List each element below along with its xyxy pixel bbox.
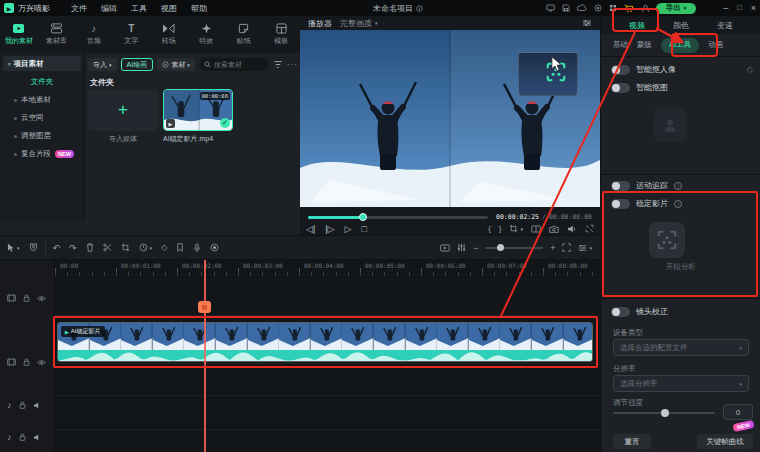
display-icon[interactable]: [546, 4, 555, 12]
crop-icon[interactable]: [121, 243, 130, 252]
mute-speaker-icon[interactable]: [33, 434, 42, 441]
zoom-slider-knob[interactable]: [497, 244, 504, 251]
timeline-zoom-slider[interactable]: [485, 247, 543, 249]
lock-icon[interactable]: [23, 294, 30, 302]
playback-quality-dropdown[interactable]: 完整画质 ▾: [340, 18, 378, 29]
snapshot-camera-icon[interactable]: [549, 225, 559, 233]
tab-audio[interactable]: ♪ 音频: [75, 16, 113, 53]
eye-icon[interactable]: [37, 359, 46, 366]
keyframe-icon[interactable]: ◇: [161, 243, 167, 252]
ai-paint-button[interactable]: AI绘画: [121, 58, 154, 71]
snap-magnet-icon[interactable]: [29, 243, 38, 252]
resolution-dropdown[interactable]: 选择分辨率 ▾: [613, 375, 749, 392]
compare-view-icon[interactable]: [531, 225, 541, 233]
import-media-tile[interactable]: +: [88, 89, 158, 131]
seek-bar-knob[interactable]: [359, 213, 367, 221]
account-icon[interactable]: [641, 4, 650, 13]
preview-video-frame[interactable]: [300, 30, 600, 207]
ai-portrait-toggle[interactable]: [611, 65, 630, 75]
tab-stock-library[interactable]: 素材库: [38, 16, 76, 53]
tab-text[interactable]: T 文字: [113, 16, 151, 53]
tab-my-media[interactable]: 我的素材: [0, 16, 38, 53]
media-clip-thumbnail[interactable]: 00:00:08 ✓ ▶: [163, 89, 233, 131]
tab-speed[interactable]: 变速: [717, 20, 733, 31]
player-tab[interactable]: 播放器: [308, 18, 332, 29]
device-profile-dropdown[interactable]: 选择合适的配置文件 ▾: [613, 339, 749, 356]
minimize-button[interactable]: –: [723, 3, 728, 13]
tab-transitions[interactable]: 转场: [150, 16, 188, 53]
sidebar-item-local-media[interactable]: 本地素材: [0, 91, 84, 109]
preview-display-settings-icon[interactable]: [582, 19, 592, 27]
mute-speaker-icon[interactable]: [33, 402, 42, 409]
stabilize-toggle[interactable]: [611, 199, 630, 209]
info-icon[interactable]: i: [674, 182, 682, 190]
menu-edit[interactable]: 编辑: [94, 3, 124, 14]
overlay-track-lane[interactable]: [55, 277, 600, 316]
project-info-icon[interactable]: [416, 5, 423, 12]
lens-correction-toggle[interactable]: [611, 307, 630, 317]
smart-cutout-toggle[interactable]: [611, 83, 630, 93]
audio-mixer-icon[interactable]: [457, 243, 466, 252]
filter-icon[interactable]: [273, 60, 283, 69]
redo-icon[interactable]: ↷: [69, 243, 77, 253]
apps-grid-icon[interactable]: [609, 4, 617, 12]
track-manager-button[interactable]: ▾: [578, 244, 592, 252]
playhead[interactable]: [204, 260, 206, 452]
play-button[interactable]: ▷: [345, 224, 352, 234]
menu-view[interactable]: 视图: [154, 3, 184, 14]
menu-help[interactable]: 帮助: [184, 3, 214, 14]
mark-in-button[interactable]: {: [488, 224, 491, 233]
marker-icon[interactable]: [176, 243, 184, 252]
audio-track-2-lane[interactable]: [55, 396, 600, 430]
speed-button[interactable]: ▾: [139, 243, 153, 252]
zoom-out-button[interactable]: −: [473, 243, 478, 253]
save-icon[interactable]: [562, 4, 570, 12]
cloud-upload-icon[interactable]: [577, 4, 587, 12]
split-scissors-icon[interactable]: [103, 243, 112, 252]
timeline-ruler[interactable]: 00:0000:00:01:0000:00:02:0000:00:03:0000…: [55, 260, 600, 277]
sidebar-item-compound-clip[interactable]: 复合片段 NEW: [0, 145, 84, 163]
search-input[interactable]: [214, 61, 264, 68]
previous-frame-button[interactable]: ◁|: [306, 224, 315, 234]
view-mode-dropdown[interactable]: 素材 ▾: [157, 58, 195, 71]
sidebar-item-folder[interactable]: 文件夹: [0, 73, 84, 91]
tab-effects[interactable]: 特效: [188, 16, 226, 53]
sidebar-item-adjustment-layer[interactable]: 调整图层: [0, 127, 84, 145]
sidebar-group-project-media[interactable]: ▾ 项目素材: [3, 56, 81, 71]
lock-icon[interactable]: [23, 358, 30, 366]
timeline-video-clip[interactable]: ▶ AI稳定影片: [57, 322, 593, 362]
info-icon[interactable]: i: [674, 200, 682, 208]
seek-bar[interactable]: [308, 216, 488, 219]
menu-file[interactable]: 文件: [64, 3, 94, 14]
lock-icon[interactable]: [19, 433, 26, 441]
next-frame-button[interactable]: |▷: [325, 224, 334, 234]
fullscreen-icon[interactable]: [585, 224, 594, 233]
subtab-ai-tools[interactable]: AI工具: [661, 38, 699, 53]
export-button[interactable]: 导出 ▾: [656, 3, 696, 14]
subtab-mask[interactable]: 蒙版: [637, 40, 652, 50]
fit-timeline-icon[interactable]: [562, 243, 571, 252]
subtab-animation[interactable]: 动画: [708, 40, 723, 50]
voiceover-mic-icon[interactable]: [193, 243, 201, 253]
menu-tools[interactable]: 工具: [124, 3, 154, 14]
subtab-basic[interactable]: 基础: [613, 40, 628, 50]
tab-color[interactable]: 颜色: [673, 20, 689, 31]
mark-out-button[interactable]: }: [499, 224, 502, 233]
store-cart-icon[interactable]: [624, 4, 634, 13]
audio-track-1-lane[interactable]: [55, 364, 600, 396]
more-options-icon[interactable]: ···: [287, 60, 298, 69]
import-button[interactable]: 导入 ▾: [88, 58, 117, 71]
tab-video[interactable]: 视频: [629, 20, 645, 31]
lock-icon[interactable]: [19, 401, 26, 409]
keyframe-curve-button[interactable]: 关键帧曲线: [697, 434, 753, 449]
render-preview-icon[interactable]: [440, 244, 450, 252]
crop-aspect-button[interactable]: ▾: [509, 224, 523, 233]
record-icon[interactable]: [210, 243, 219, 252]
undo-icon[interactable]: ↶: [53, 243, 61, 253]
tab-stickers[interactable]: 贴纸: [225, 16, 263, 53]
reset-button[interactable]: 重置: [613, 434, 651, 449]
eye-icon[interactable]: [37, 295, 46, 302]
select-tool-button[interactable]: ▾: [7, 243, 20, 253]
maximize-button[interactable]: □: [737, 3, 742, 13]
credits-coin-icon[interactable]: [594, 4, 602, 12]
